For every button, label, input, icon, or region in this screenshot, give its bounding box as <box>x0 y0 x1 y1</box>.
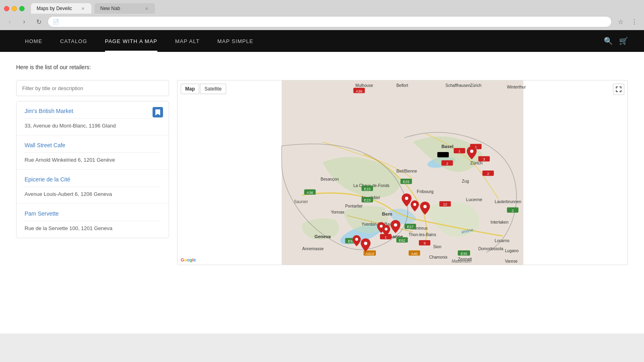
svg-text:A36: A36 <box>356 89 362 93</box>
svg-text:E23: E23 <box>364 198 370 202</box>
forward-button[interactable]: › <box>19 16 30 27</box>
svg-point-74 <box>423 205 427 208</box>
svg-text:Lugano: Lugano <box>505 249 518 253</box>
svg-text:2: 2 <box>446 162 448 166</box>
window-controls <box>4 6 25 11</box>
browser-tab-1[interactable]: Maps by Develic ✕ <box>31 3 91 14</box>
tab-label: New Nab <box>100 6 120 11</box>
svg-text:12: 12 <box>443 202 447 206</box>
nav-item-catalog[interactable]: CATALOG <box>51 30 96 52</box>
svg-point-78 <box>380 225 383 228</box>
svg-text:Saunier: Saunier <box>294 200 308 204</box>
svg-text:Matterhorn: Matterhorn <box>452 259 471 263</box>
nav-items: HOME CATALOG PAGE WITH A MAP MAP ALT MAP… <box>16 30 604 52</box>
browser-chrome: Maps by Develic ✕ New Nab ✕ ‹ › ↻ 📄 ☆ ⋮ <box>0 0 644 30</box>
tab-label: Maps by Develic <box>37 6 72 11</box>
minimize-window-button[interactable] <box>12 6 17 11</box>
divider <box>25 187 161 187</box>
svg-text:Mulhouse: Mulhouse <box>355 83 373 88</box>
svg-point-79 <box>364 242 367 245</box>
svg-text:Lauterbrunnen: Lauterbrunnen <box>495 200 521 204</box>
reload-button[interactable]: ↻ <box>33 16 44 27</box>
svg-text:Winterthur: Winterthur <box>507 85 526 89</box>
close-tab-1[interactable]: ✕ <box>80 6 86 11</box>
close-window-button[interactable] <box>4 6 9 11</box>
filter-input[interactable] <box>16 80 169 96</box>
svg-text:A36: A36 <box>307 191 313 195</box>
svg-text:9: 9 <box>423 241 425 245</box>
bookmark-icon[interactable] <box>153 107 163 117</box>
svg-text:1: 1 <box>458 149 460 153</box>
svg-point-72 <box>470 150 473 153</box>
list-item[interactable]: Epicerie de la Cité Avenue Louis-Aubert … <box>17 170 169 204</box>
svg-rect-40 <box>438 152 449 157</box>
nav-item-map-alt[interactable]: MAP ALT <box>166 30 208 52</box>
map-type-controls: Map Satellite <box>181 84 226 94</box>
svg-text:1: 1 <box>385 235 387 239</box>
back-button[interactable]: ‹ <box>4 16 15 27</box>
nav-item-page-with-map[interactable]: PAGE WITH A MAP <box>96 30 166 52</box>
close-tab-2[interactable]: ✕ <box>144 6 149 11</box>
menu-button[interactable]: ⋮ <box>629 16 640 27</box>
bookmark-button[interactable]: ☆ <box>615 16 626 27</box>
svg-text:Schaffhausen: Schaffhausen <box>446 83 471 88</box>
svg-text:2: 2 <box>487 172 489 176</box>
maximize-window-button[interactable] <box>19 6 25 11</box>
google-logo: Google <box>181 257 196 262</box>
browser-toolbar: ‹ › ↻ 📄 ☆ ⋮ <box>0 14 644 30</box>
retailer-name: Pam Servette <box>25 210 161 217</box>
address-bar[interactable]: 📄 <box>47 16 612 27</box>
svg-text:E27: E27 <box>407 225 413 229</box>
svg-text:Bern: Bern <box>382 212 392 216</box>
svg-text:Interlaken: Interlaken <box>491 220 509 224</box>
retailer-address: Rue de la Servette 100, 1201 Geneva <box>25 225 161 231</box>
satellite-tab[interactable]: Satellite <box>200 84 226 94</box>
retailer-address: 33, Avenue du Mont-Blanc, 1196 Gland <box>25 123 161 129</box>
svg-text:Belfort: Belfort <box>396 83 409 88</box>
retailer-name: Epicerie de la Cité <box>25 176 161 183</box>
map-svg: Besançon Basel Zürich Zug Lucerne Biel/B… <box>178 80 627 265</box>
retailer-address: Avenue Louis-Aubert 6, 1206 Geneva <box>25 191 161 197</box>
list-item[interactable]: Pam Servette Rue de la Servette 100, 120… <box>17 204 169 238</box>
cart-icon-button[interactable]: 🛒 <box>619 37 628 45</box>
svg-text:Zug: Zug <box>462 179 469 183</box>
nav-item-home[interactable]: HOME <box>16 30 51 52</box>
browser-titlebar: Maps by Develic ✕ New Nab ✕ <box>0 0 644 14</box>
svg-text:2: 2 <box>512 209 514 213</box>
svg-text:E25: E25 <box>403 180 409 184</box>
svg-point-75 <box>413 203 416 206</box>
map-expand-button[interactable] <box>613 84 624 95</box>
svg-point-77 <box>385 228 388 230</box>
map-container[interactable]: Map Satellite <box>177 80 628 265</box>
svg-text:Domodossola: Domodossola <box>478 247 503 251</box>
svg-point-73 <box>405 197 408 200</box>
svg-text:Basel: Basel <box>442 144 454 149</box>
site-nav: HOME CATALOG PAGE WITH A MAP MAP ALT MAP… <box>0 30 644 52</box>
svg-text:E62: E62 <box>399 239 405 243</box>
search-icon-button[interactable]: 🔍 <box>604 37 613 45</box>
svg-text:E23: E23 <box>364 187 370 191</box>
retailer-address: Rue Arnold Winkelried 6, 1201 Genève <box>25 157 161 163</box>
svg-text:E35: E35 <box>461 252 467 256</box>
page-icon: 📄 <box>53 19 59 25</box>
map-tab[interactable]: Map <box>181 84 199 94</box>
svg-text:Locarno: Locarno <box>495 239 510 243</box>
svg-text:Thon-les-Bains: Thon-les-Bains <box>409 232 436 237</box>
toolbar-right: ☆ ⋮ <box>615 16 640 27</box>
svg-text:Annemasse: Annemasse <box>302 247 324 251</box>
nav-right: 🔍 🛒 <box>604 37 628 45</box>
svg-point-76 <box>394 223 397 226</box>
svg-text:Besançon: Besançon <box>320 177 339 181</box>
retailer-name: Jim's British Market <box>25 108 161 114</box>
svg-text:Pontarlier: Pontarlier <box>345 204 363 208</box>
nav-item-map-simple[interactable]: MAP SIMPLE <box>208 30 262 52</box>
list-item[interactable]: Wall Street Cafe Rue Arnold Winkelried 6… <box>17 136 169 170</box>
main-content: Here is the list of our retailers: Jim's… <box>0 52 644 333</box>
svg-text:Zürich: Zürich <box>470 83 481 88</box>
map-layout: Jim's British Market 33, Avenue du Mont-… <box>16 80 628 265</box>
divider <box>25 152 161 153</box>
divider <box>25 221 161 221</box>
svg-text:A40: A40 <box>411 252 417 256</box>
list-item[interactable]: Jim's British Market 33, Avenue du Mont-… <box>17 101 169 136</box>
browser-tab-2[interactable]: New Nab ✕ <box>95 3 155 14</box>
